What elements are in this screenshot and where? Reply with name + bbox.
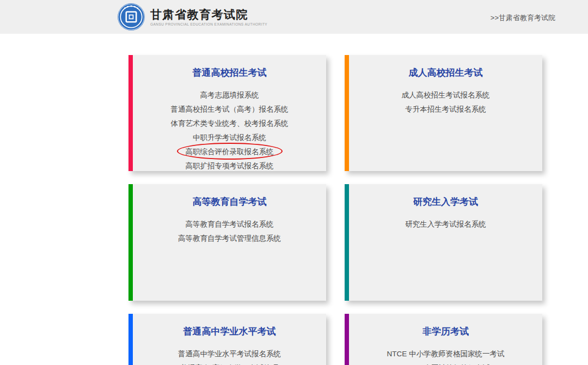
list-item: 高职扩招专项考试报名系统 <box>140 159 318 173</box>
site-header: 甘肃省教育考试院 GANSU PROVINCIAL EDUCATION EXAM… <box>0 0 588 34</box>
card-high-school-level-exam: 普通高中学业水平考试 普通高中学业水平考试报名系统 普通高中(高级中学）考试管理 <box>128 314 326 365</box>
system-link-list: 成人高校招生考试报名系统 专升本招生考试报名系统 <box>357 88 535 116</box>
system-link-list: 高考志愿填报系统 普通高校招生考试（高考）报名系统 体育艺术类专业统考、校考报名… <box>140 88 318 173</box>
brand-name-english: GANSU PROVINCIAL EDUCATION EXAMINATIONS … <box>150 22 267 26</box>
system-link[interactable]: 体育艺术类专业统考、校考报名系统 <box>171 119 289 127</box>
system-link[interactable]: 高等教育自学考试管理信息系统 <box>178 234 281 242</box>
list-item: 研究生入学考试报名系统 <box>357 217 535 231</box>
system-link[interactable]: 专升本招生考试报名系统 <box>405 105 486 113</box>
card-graduate-exam: 研究生入学考试 研究生入学考试报名系统 <box>345 184 542 301</box>
list-item: 成人高校招生考试报名系统 <box>357 88 535 102</box>
card-accent-stripe <box>128 184 133 301</box>
list-item: 普通高中(高级中学）考试管理 <box>140 361 318 365</box>
list-item: 高考志愿填报系统 <box>140 88 318 102</box>
list-item: 体育艺术类专业统考、校考报名系统 <box>140 116 318 130</box>
list-item: 普通高中学业水平考试报名系统 <box>140 346 318 361</box>
system-link-highlighted[interactable]: 高职综合评价录取报名系统 <box>186 148 274 156</box>
card-title: 高等教育自学考试 <box>140 196 318 208</box>
card-title: 成人高校招生考试 <box>357 67 535 78</box>
card-accent-stripe <box>128 55 133 171</box>
system-link-list: NTCE 中小学教师资格国家统一考试 NCRE 全国计算机等级考试 <box>357 346 535 365</box>
system-link[interactable]: 研究生入学考试报名系统 <box>405 220 486 228</box>
system-link[interactable]: 高等教育自学考试报名系统 <box>186 220 274 228</box>
system-link-list: 高等教育自学考试报名系统 高等教育自学考试管理信息系统 <box>140 217 318 245</box>
system-link[interactable]: 普通高校招生考试（高考）报名系统 <box>171 105 289 113</box>
system-link[interactable]: 高考志愿填报系统 <box>200 91 259 99</box>
card-accent-stripe <box>345 184 349 301</box>
list-item: NCRE 全国计算机等级考试 <box>357 361 535 365</box>
card-title: 普通高校招生考试 <box>140 67 318 78</box>
system-link[interactable]: 中职升学考试报名系统 <box>193 133 266 142</box>
card-title: 普通高中学业水平考试 <box>140 326 318 337</box>
system-link-list: 研究生入学考试报名系统 <box>357 217 535 231</box>
list-item: 专升本招生考试报名系统 <box>357 102 535 116</box>
card-adult-college-exam: 成人高校招生考试 成人高校招生考试报名系统 专升本招生考试报名系统 <box>345 55 542 171</box>
list-item: NTCE 中小学教师资格国家统一考试 <box>357 346 535 361</box>
list-item: 高职综合评价录取报名系统 <box>140 144 318 159</box>
card-accent-stripe <box>128 314 133 365</box>
system-link[interactable]: 成人高校招生考试报名系统 <box>402 91 490 99</box>
gansu-education-logo-icon <box>117 3 145 31</box>
brand-name: 甘肃省教育考试院 <box>150 8 267 22</box>
highlighted-link-wrapper: 高职综合评价录取报名系统 <box>185 144 275 159</box>
list-item: 高等教育自学考试管理信息系统 <box>140 231 318 245</box>
home-link[interactable]: >>甘肃省教育考试院 <box>491 13 555 23</box>
card-accent-stripe <box>345 314 349 365</box>
system-link[interactable]: NTCE 中小学教师资格国家统一考试 <box>387 350 505 358</box>
list-item: 普通高校招生考试（高考）报名系统 <box>140 102 318 116</box>
list-item: 高等教育自学考试报名系统 <box>140 217 318 231</box>
card-accent-stripe <box>345 55 349 171</box>
system-link[interactable]: 普通高中学业水平考试报名系统 <box>178 350 281 358</box>
system-link-list: 普通高中学业水平考试报名系统 普通高中(高级中学）考试管理 <box>140 346 318 365</box>
card-title: 研究生入学考试 <box>357 196 535 208</box>
system-link[interactable]: 高职扩招专项考试报名系统 <box>186 162 274 170</box>
card-self-study-exam: 高等教育自学考试 高等教育自学考试报名系统 高等教育自学考试管理信息系统 <box>128 184 326 301</box>
card-non-degree-exam: 非学历考试 NTCE 中小学教师资格国家统一考试 NCRE 全国计算机等级考试 <box>345 314 542 365</box>
exam-card-grid: 普通高校招生考试 高考志愿填报系统 普通高校招生考试（高考）报名系统 体育艺术类… <box>128 55 542 365</box>
brand: 甘肃省教育考试院 GANSU PROVINCIAL EDUCATION EXAM… <box>117 3 267 31</box>
card-general-college-exam: 普通高校招生考试 高考志愿填报系统 普通高校招生考试（高考）报名系统 体育艺术类… <box>128 55 326 171</box>
card-title: 非学历考试 <box>357 326 535 337</box>
brand-text: 甘肃省教育考试院 GANSU PROVINCIAL EDUCATION EXAM… <box>150 8 267 26</box>
list-item: 中职升学考试报名系统 <box>140 130 318 144</box>
